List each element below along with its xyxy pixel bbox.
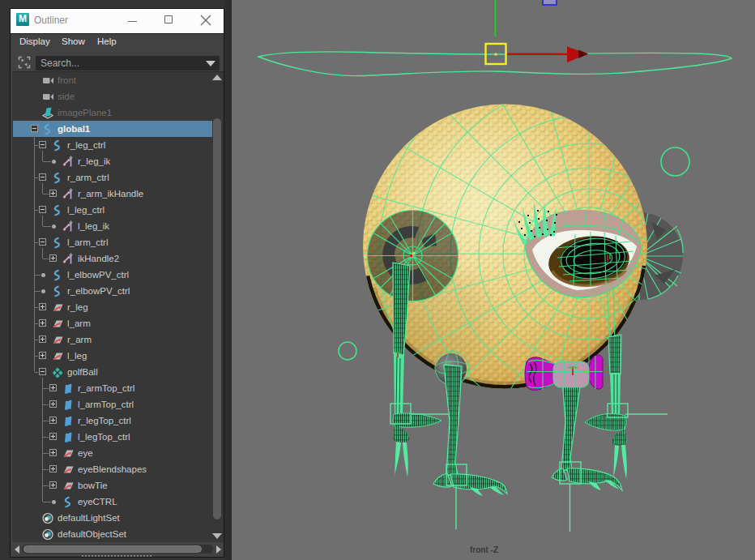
svg-text:front -Z: front -Z <box>470 545 498 554</box>
